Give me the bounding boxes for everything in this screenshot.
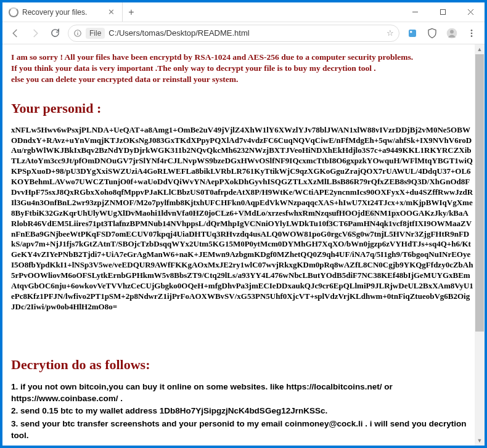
svg-rect-7	[409, 30, 416, 37]
svg-rect-8	[410, 31, 412, 33]
forward-button	[26, 25, 44, 42]
minimize-button[interactable]	[401, 2, 429, 22]
address-bar-row: File C:/Users/tomas/Desktop/README.html …	[2, 22, 485, 44]
svg-rect-1	[441, 10, 446, 15]
scroll-up-icon[interactable]: ▲	[475, 44, 485, 54]
svg-point-11	[471, 30, 473, 31]
decrytion-steps: 1. if you not own bitcoin,you can buy it…	[11, 381, 473, 442]
scroll-down-icon[interactable]: ▼	[475, 436, 485, 446]
personid-value: xNFLw5Hwv6wPsxjPLNDA+UeQAT+a8Amg1+OmBe2u…	[11, 125, 473, 312]
tab-close-icon[interactable]: ✕	[105, 6, 117, 18]
scrollbar-track[interactable]: ▲ ▼	[475, 44, 485, 446]
close-button[interactable]	[457, 2, 485, 22]
scrollbar-thumb[interactable]	[475, 54, 484, 332]
svg-point-13	[471, 35, 473, 37]
page-content: I am so sorry ! All your files have been…	[2, 44, 485, 446]
shield-icon[interactable]	[423, 25, 441, 42]
browser-window: Recovery your files. ✕ + File C:/Users/t…	[2, 2, 485, 446]
info-icon	[73, 29, 82, 38]
reload-button[interactable]	[46, 25, 64, 42]
titlebar: Recovery your files. ✕ +	[2, 2, 485, 22]
svg-point-6	[77, 31, 78, 31]
intro-text: I am so sorry ! All your files have been…	[11, 52, 473, 86]
new-tab-button[interactable]: +	[123, 2, 140, 22]
svg-point-10	[450, 30, 454, 33]
star-icon[interactable]: ☆	[387, 28, 394, 38]
maximize-button[interactable]	[429, 2, 457, 22]
menu-icon[interactable]	[462, 25, 481, 42]
step-1: 1. if you not own bitcoin,you can buy it…	[11, 381, 473, 405]
step-3: 3. send your btc transfer screenshots an…	[11, 418, 473, 442]
back-button[interactable]	[6, 25, 25, 42]
file-chip: File	[86, 28, 105, 39]
profile-icon[interactable]	[443, 25, 461, 42]
loading-favicon	[9, 7, 18, 17]
personid-heading: Your personid :	[11, 100, 473, 116]
step-2: 2. send 0.15 btc to my wallet address 1D…	[11, 405, 473, 417]
url-text: C:/Users/tomas/Desktop/README.html	[108, 28, 249, 38]
tab-title: Recovery your files.	[22, 8, 87, 17]
extension-icon-1[interactable]	[403, 25, 422, 42]
window-controls	[401, 2, 485, 22]
decrytion-heading: Decrytion do as follows:	[11, 357, 473, 373]
address-bar[interactable]: File C:/Users/tomas/Desktop/README.html …	[68, 25, 399, 42]
tab-recovery[interactable]: Recovery your files. ✕	[2, 2, 123, 22]
svg-point-12	[471, 32, 473, 34]
